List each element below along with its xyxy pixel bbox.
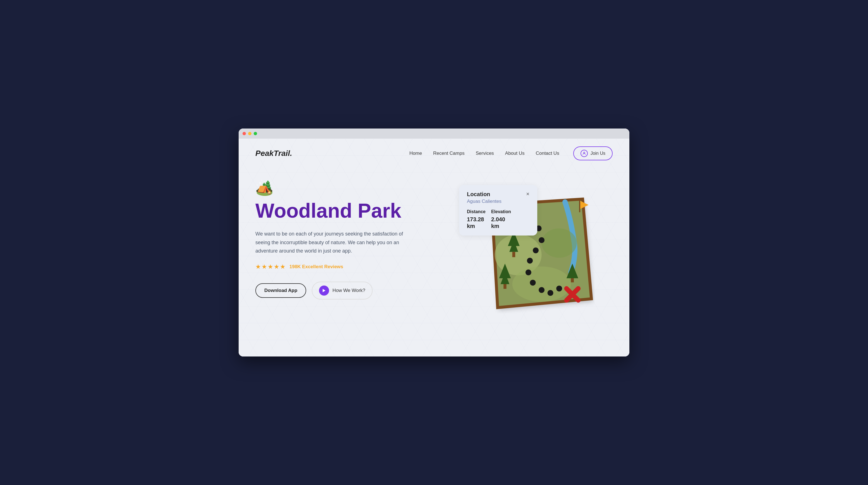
stats-row: Distance 173.28 km Elevation 2.040 km [467,209,529,229]
location-close-button[interactable]: × [526,191,529,197]
nav-services[interactable]: Services [475,150,494,156]
reviews-text: 198K Excellent Reviews [289,264,343,269]
svg-rect-22 [503,284,506,289]
how-label: How We Work? [333,288,365,293]
nav-home[interactable]: Home [409,150,422,156]
hero-title: Woodland Park [255,200,426,222]
elevation-label: Elevation [491,209,511,214]
svg-point-15 [548,290,554,296]
svg-rect-19 [513,252,516,257]
logo-dot: . [290,149,292,158]
reviews-row: ★★★★★ 198K Excellent Reviews [255,263,426,270]
logo-trail: Trail [274,149,290,158]
join-button[interactable]: Join Us [573,146,613,160]
download-app-button[interactable]: Download App [255,283,306,298]
svg-point-9 [539,237,545,243]
page: PeakTrail. Home Recent Camps Services Ab… [239,139,629,356]
svg-point-0 [583,152,585,153]
maximize-dot[interactable] [254,132,257,135]
camp-icon: 🏕️ [255,179,426,196]
nav-contact-us[interactable]: Contact Us [536,150,559,156]
logo-peak: Peak [255,149,274,158]
location-card-header: Location × [467,191,529,198]
star-icons: ★★★★★ [255,263,286,270]
user-icon [581,150,588,157]
navbar: PeakTrail. Home Recent Camps Services Ab… [239,139,629,168]
minimize-dot[interactable] [248,132,251,135]
browser-window: PeakTrail. Home Recent Camps Services Ab… [239,129,629,356]
hero-right: Location × Aguas Calientes Distance 173.… [442,179,613,313]
svg-point-14 [539,287,545,293]
nav-about-us[interactable]: About Us [505,150,525,156]
how-we-work-button[interactable]: How We Work? [312,282,372,299]
nav-links: Home Recent Camps Services About Us Cont… [409,150,559,156]
svg-marker-1 [323,289,326,292]
elevation-stat: Elevation 2.040 km [491,209,511,229]
location-card: Location × Aguas Calientes Distance 173.… [459,185,537,235]
logo[interactable]: PeakTrail. [255,149,292,158]
location-label: Location [467,191,490,198]
svg-point-6 [542,229,577,258]
action-buttons: Download App How We Work? [255,282,426,299]
svg-point-10 [533,248,539,253]
svg-point-5 [513,266,571,302]
svg-point-13 [530,280,536,286]
svg-point-11 [527,258,533,264]
hero-description: We want to be on each of your journeys s… [255,230,412,255]
nav-recent-camps[interactable]: Recent Camps [433,150,464,156]
svg-rect-24 [571,278,574,282]
elevation-value: 2.040 km [491,216,511,229]
join-label: Join Us [591,151,606,156]
play-icon [319,286,329,295]
distance-stat: Distance 173.28 km [467,209,486,229]
close-dot[interactable] [243,132,246,135]
svg-point-12 [526,269,531,276]
distance-value: 173.28 km [467,216,486,229]
browser-bar [239,129,629,139]
hero-section: 🏕️ Woodland Park We want to be on each o… [239,168,629,330]
distance-label: Distance [467,209,486,214]
location-value: Aguas Calientes [467,199,529,204]
svg-point-16 [556,286,562,291]
hero-left: 🏕️ Woodland Park We want to be on each o… [255,179,426,313]
